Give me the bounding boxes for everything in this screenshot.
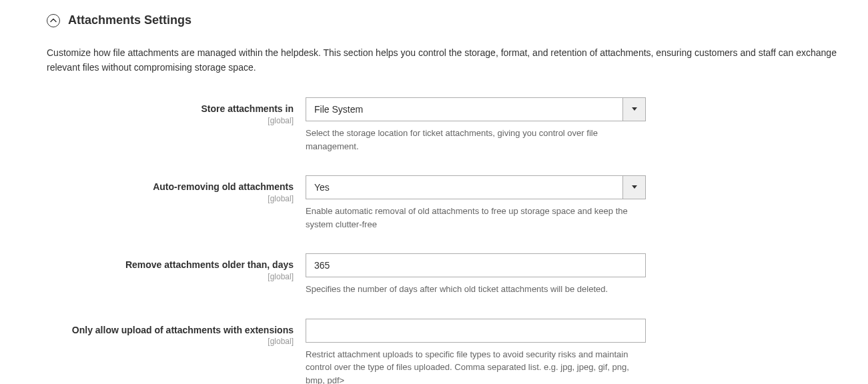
- field-label-col: Store attachments in [global]: [47, 97, 306, 153]
- field-scope: [global]: [47, 337, 294, 346]
- field-note: Enable automatic removal of old attachme…: [306, 205, 646, 231]
- field-value-col: Yes Enable automatic removal of old atta…: [306, 175, 646, 231]
- field-row-older-than: Remove attachments older than, days [glo…: [47, 253, 848, 296]
- field-row-auto-remove: Auto-removing old attachments [global] Y…: [47, 175, 848, 231]
- field-value-col: Restrict attachment uploads to specific …: [306, 319, 646, 384]
- field-scope: [global]: [47, 194, 294, 203]
- field-label: Remove attachments older than, days: [47, 259, 294, 271]
- section-title: Attachments Settings: [68, 13, 191, 27]
- field-note: Restrict attachment uploads to specific …: [306, 348, 646, 384]
- extensions-input[interactable]: [306, 319, 646, 343]
- select-value: Yes: [306, 176, 622, 199]
- storage-select[interactable]: File System: [306, 97, 646, 121]
- field-scope: [global]: [47, 272, 294, 281]
- svg-marker-1: [632, 185, 637, 189]
- field-label-col: Auto-removing old attachments [global]: [47, 175, 306, 231]
- select-value: File System: [306, 98, 622, 121]
- field-label: Store attachments in: [47, 103, 294, 115]
- auto-remove-select[interactable]: Yes: [306, 175, 646, 199]
- field-note: Specifies the number of days after which…: [306, 283, 646, 296]
- field-note: Select the storage location for ticket a…: [306, 127, 646, 153]
- field-value-col: File System Select the storage location …: [306, 97, 646, 153]
- section-header[interactable]: Attachments Settings: [47, 13, 848, 27]
- field-label: Auto-removing old attachments: [47, 181, 294, 193]
- chevron-down-icon: [622, 176, 645, 199]
- field-label-col: Remove attachments older than, days [glo…: [47, 253, 306, 296]
- field-value-col: Specifies the number of days after which…: [306, 253, 646, 296]
- field-label-col: Only allow upload of attachments with ex…: [47, 319, 306, 384]
- field-label: Only allow upload of attachments with ex…: [47, 324, 294, 336]
- field-row-extensions: Only allow upload of attachments with ex…: [47, 319, 848, 384]
- chevron-up-icon: [47, 14, 60, 27]
- older-than-input[interactable]: [306, 253, 646, 277]
- chevron-down-icon: [622, 98, 645, 121]
- field-row-storage: Store attachments in [global] File Syste…: [47, 97, 848, 153]
- svg-marker-0: [632, 107, 637, 111]
- attachments-settings-section: Attachments Settings Customize how file …: [0, 0, 868, 384]
- section-description: Customize how file attachments are manag…: [47, 46, 848, 75]
- field-scope: [global]: [47, 116, 294, 125]
